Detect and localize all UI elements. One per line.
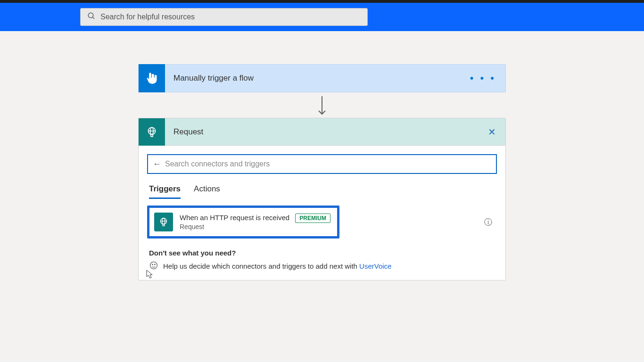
http-request-icon: [154, 213, 173, 231]
need-block: Don't see what you need? Help us decide …: [147, 239, 497, 272]
tab-triggers[interactable]: Triggers: [149, 184, 181, 199]
tab-actions[interactable]: Actions: [194, 184, 220, 199]
search-icon: [87, 12, 96, 22]
top-bar: [0, 3, 644, 31]
close-button[interactable]: ✕: [488, 126, 505, 138]
flow-arrow: [138, 92, 506, 118]
trigger-item-title: When an HTTP request is received: [180, 214, 289, 222]
connector-search-input[interactable]: [165, 160, 491, 168]
svg-point-13: [155, 264, 156, 265]
svg-rect-10: [163, 224, 165, 226]
trigger-title: Manually trigger a flow: [165, 74, 470, 83]
svg-point-11: [150, 262, 157, 269]
info-icon[interactable]: ⓘ: [484, 217, 497, 228]
smile-icon: [149, 261, 158, 272]
request-panel: Request ✕ ← Triggers Actions W: [138, 118, 506, 280]
trigger-item-text: When an HTTP request is received PREMIUM…: [180, 214, 330, 230]
request-title: Request: [165, 127, 488, 137]
need-text: Help us decide which connectors and trig…: [163, 262, 359, 270]
svg-point-12: [152, 264, 153, 265]
back-arrow-icon[interactable]: ←: [153, 159, 161, 169]
request-header: Request ✕: [139, 118, 505, 146]
connector-search[interactable]: ←: [147, 154, 497, 174]
request-connector-icon: [139, 118, 165, 146]
request-body: ← Triggers Actions When an HTTP request …: [139, 146, 505, 280]
flow-canvas: Manually trigger a flow • • • Request ✕ …: [0, 31, 644, 280]
need-title: Don't see what you need?: [149, 249, 495, 257]
trigger-menu-button[interactable]: • • •: [470, 72, 505, 84]
tabs: Triggers Actions: [147, 174, 497, 199]
resource-search[interactable]: [80, 8, 368, 26]
manual-trigger-icon: [139, 64, 165, 92]
svg-line-1: [92, 17, 94, 19]
resource-search-input[interactable]: [100, 13, 361, 21]
trigger-http-request[interactable]: When an HTTP request is received PREMIUM…: [147, 206, 339, 239]
trigger-card[interactable]: Manually trigger a flow • • •: [138, 64, 506, 92]
svg-rect-6: [151, 134, 153, 136]
uservoice-link[interactable]: UserVoice: [359, 262, 391, 270]
need-line: Help us decide which connectors and trig…: [149, 261, 495, 272]
trigger-item-row: When an HTTP request is received PREMIUM…: [147, 206, 497, 239]
svg-point-0: [88, 13, 93, 18]
trigger-item-subtitle: Request: [180, 223, 330, 230]
premium-badge: PREMIUM: [295, 214, 330, 223]
